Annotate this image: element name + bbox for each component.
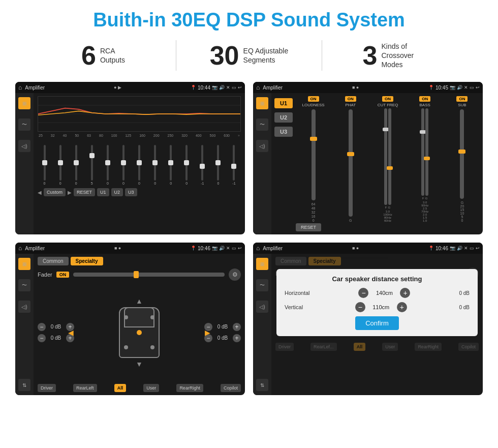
horizontal-label: Horizontal <box>285 290 310 296</box>
eq-u1-btn[interactable]: U1 <box>97 188 109 196</box>
loudness-slider[interactable] <box>312 109 316 200</box>
vol-plus-4[interactable]: + <box>233 334 241 342</box>
eq-slider-6[interactable]: 0 <box>116 145 130 185</box>
home-icon-2[interactable]: ⌂ <box>256 84 260 91</box>
ctrl-sub: ON SUB G20151050 <box>445 96 480 222</box>
screen1-time: 10:44 <box>198 85 210 91</box>
eq-slider-8[interactable]: 0 <box>148 145 162 185</box>
stat-number-rca: 6 <box>81 42 96 69</box>
dialog-icon-wave[interactable]: 〜 <box>256 279 268 291</box>
u2-button[interactable]: U2 <box>274 112 293 123</box>
all-btn[interactable]: All <box>114 384 127 392</box>
cross-body: ⊞ 〜 ◁) U1 U2 U3 <box>253 93 483 234</box>
dialog-horizontal-row: Horizontal − 140cm + 0 dB <box>285 288 470 298</box>
eq-next-arrow[interactable]: ▶ <box>68 190 72 195</box>
phat-on: ON <box>345 96 356 102</box>
eq-slider-4[interactable]: 5 <box>85 145 99 185</box>
dialog-all-btn[interactable]: All <box>354 343 366 351</box>
horizontal-minus[interactable]: − <box>358 288 368 298</box>
cross-icon-filter[interactable]: ⊞ <box>256 97 268 109</box>
dialog-copilot-btn[interactable]: Copilot <box>458 343 479 351</box>
cross-icon-wave[interactable]: 〜 <box>256 118 268 131</box>
back-icon-1[interactable]: ↩ <box>238 85 242 90</box>
eq-slider-5[interactable]: 0 <box>101 145 114 185</box>
eq-slider-10[interactable]: 0 <box>180 145 194 185</box>
x-icon-2: ✕ <box>464 85 468 90</box>
fader-gear-btn[interactable]: ⚙ <box>229 268 241 281</box>
eq-icon-wave[interactable]: 〜 <box>18 118 30 131</box>
tab-common[interactable]: Common <box>38 257 69 265</box>
dialog-tab-specialty[interactable]: Specialty <box>308 257 341 265</box>
vol-minus-2[interactable]: − <box>38 334 46 342</box>
eq-slider-1[interactable]: 0 <box>38 145 51 185</box>
arrow-left[interactable]: ◀ <box>68 328 74 337</box>
back-icon-4[interactable]: ↩ <box>476 246 480 251</box>
ctrl-cutfreq: ON CUT FREQ <box>370 96 405 222</box>
vol-val-2: 0 dB <box>48 335 64 341</box>
page-wrapper: Buith-in 30EQ DSP Sound System 6 RCAOutp… <box>0 0 498 448</box>
confirm-button[interactable]: Confirm <box>355 316 399 330</box>
fader-icon-filter[interactable]: ⊞ <box>18 258 30 270</box>
home-icon-1[interactable]: ⌂ <box>18 84 22 91</box>
eq-u2-btn[interactable]: U2 <box>111 188 123 196</box>
user-btn[interactable]: User <box>143 384 159 392</box>
cross-left-icons: ⊞ 〜 ◁) <box>253 93 271 234</box>
vertical-plus[interactable]: + <box>397 302 407 312</box>
eq-custom-btn[interactable]: Custom <box>44 188 66 196</box>
cross-reset-btn[interactable]: RESET <box>296 223 321 231</box>
home-icon-4[interactable]: ⌂ <box>256 245 260 252</box>
dialog-icon-expand[interactable]: ⇅ <box>256 379 268 391</box>
rearright-btn[interactable]: RearRight <box>176 384 203 392</box>
u1-button[interactable]: U1 <box>274 98 293 108</box>
arrow-right[interactable]: ▶ <box>205 328 210 337</box>
eq-icon-filter[interactable]: ⊞ <box>18 97 30 109</box>
arrow-down[interactable]: ▼ <box>136 360 143 368</box>
eq-slider-11[interactable]: -1 <box>196 145 209 185</box>
phat-slider[interactable] <box>349 109 353 217</box>
fader-h-slider[interactable] <box>73 273 225 277</box>
horizontal-value: 140cm <box>371 290 397 296</box>
status-icons-1: 📍 10:44 📷 🔊 ✕ ▭ ↩ <box>191 85 242 91</box>
horizontal-plus[interactable]: + <box>400 288 410 298</box>
u3-button[interactable]: U3 <box>274 127 293 137</box>
home-icon-3[interactable]: ⌂ <box>18 245 22 252</box>
eq-slider-13[interactable]: -1 <box>227 145 241 185</box>
sub-slider[interactable] <box>460 109 464 199</box>
eq-icon-vol[interactable]: ◁) <box>18 140 30 152</box>
dialog-tab-common[interactable]: Common <box>275 257 306 265</box>
vol-plus-3[interactable]: + <box>233 323 241 331</box>
screens-grid: ⌂ Amplifier ● ▶ 📍 10:44 📷 🔊 ✕ ▭ ↩ ⊞ 〜 ◁) <box>0 78 498 400</box>
tab-specialty[interactable]: Specialty <box>71 257 103 265</box>
dialog-icon-vol[interactable]: ◁) <box>256 301 268 313</box>
play-icons-2: ■ ● <box>352 85 359 90</box>
eq-slider-3[interactable]: 0 <box>69 145 83 185</box>
arrow-up[interactable]: ▲ <box>136 297 143 305</box>
eq-prev-arrow[interactable]: ◀ <box>38 190 42 195</box>
copilot-btn[interactable]: Copilot <box>221 384 241 392</box>
dialog-user-btn[interactable]: User <box>382 343 398 351</box>
back-icon-3[interactable]: ↩ <box>238 246 242 251</box>
eq-slider-7[interactable]: 0 <box>132 145 146 185</box>
eq-u3-btn[interactable]: U3 <box>125 188 137 196</box>
dialog-rearright-btn[interactable]: RearRight <box>415 343 442 351</box>
eq-slider-2[interactable]: 0 <box>53 145 67 185</box>
fader-icon-expand[interactable]: ⇅ <box>18 379 30 391</box>
dialog-driver-btn[interactable]: Driver <box>275 343 294 351</box>
eq-slider-12[interactable]: 0 <box>211 145 225 185</box>
eq-slider-9[interactable]: 0 <box>164 145 178 185</box>
fader-icon-wave[interactable]: 〜 <box>18 279 30 291</box>
rearleft-btn[interactable]: RearLeft <box>73 384 97 392</box>
rect-icon-1: ▭ <box>232 85 236 90</box>
vol-minus-1[interactable]: − <box>38 323 46 331</box>
eq-reset-btn[interactable]: RESET <box>74 188 95 196</box>
ctrl-loudness: ON LOUDNESS 644832160 <box>296 96 331 222</box>
phat-val-labels: G <box>349 219 352 222</box>
back-icon-2[interactable]: ↩ <box>476 85 480 90</box>
dialog-icon-filter[interactable]: ⊞ <box>256 258 268 270</box>
driver-btn[interactable]: Driver <box>38 384 56 392</box>
vertical-minus[interactable]: − <box>355 302 365 312</box>
location-icon-2: 📍 <box>428 85 434 90</box>
fader-icon-vol[interactable]: ◁) <box>18 301 30 313</box>
cross-icon-vol[interactable]: ◁) <box>256 140 268 152</box>
dialog-rearleft-btn[interactable]: RearLef... <box>310 343 337 351</box>
